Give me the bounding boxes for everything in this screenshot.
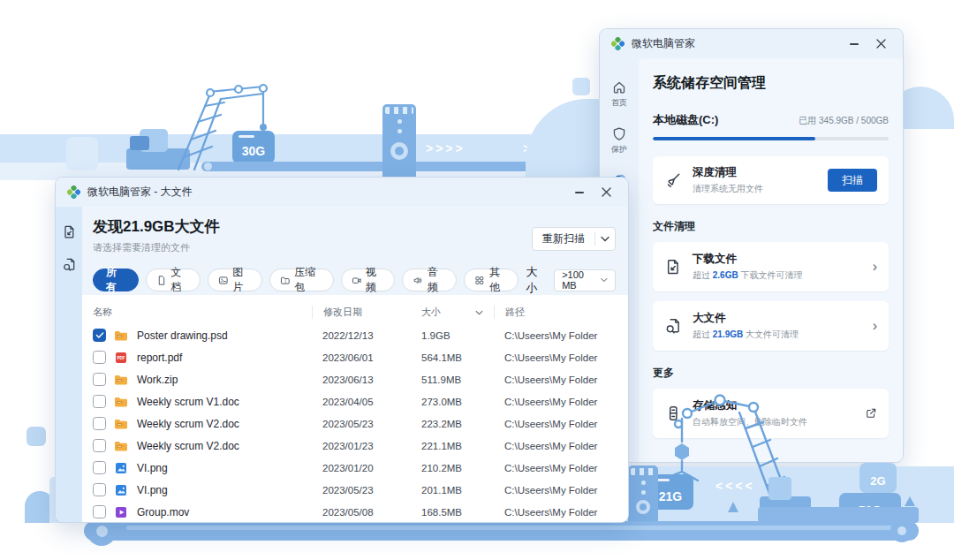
filter-tab-videos[interactable]: 视频 (341, 269, 396, 291)
ground-strip (758, 507, 919, 523)
video-icon (352, 275, 362, 286)
arrows-left: <<<< (716, 479, 755, 493)
storage-window: 微软电脑管家 首页 保护 (599, 28, 904, 463)
weight-2g-label: 2G (870, 474, 885, 488)
download-card-desc: 超过 2.6GB 下载文件可清理 (693, 269, 802, 282)
app-logo-icon (611, 37, 625, 50)
deep-clean-desc: 清理系统无用文件 (693, 183, 763, 195)
minimize-button[interactable] (566, 182, 593, 203)
shield-icon (611, 126, 627, 142)
weight-21g-label: 21G (659, 489, 682, 503)
arrows-right-1: >>>> (426, 141, 466, 155)
size-filter-label: 大小 (526, 264, 546, 296)
weight-50g-label: 50G (859, 503, 882, 518)
svg-text:PDF: PDF (117, 356, 125, 360)
sidebar-item-protect[interactable]: 保护 (600, 121, 639, 160)
small-square-shape (572, 78, 590, 95)
row-checkbox[interactable] (93, 373, 106, 386)
image-icon (218, 275, 229, 286)
archive-file-icon (114, 373, 128, 387)
row-checkbox[interactable] (93, 483, 106, 496)
filter-tab-images[interactable]: 图片 (208, 269, 262, 291)
tower-illustration (382, 104, 416, 180)
weight-30g: 30G (232, 131, 275, 163)
crane-illustration-top (159, 78, 278, 175)
filter-tab-archives[interactable]: 压缩包 (269, 269, 334, 291)
bottom-pipe (84, 521, 919, 541)
truck-box (130, 136, 149, 150)
sidebar-item-downloads[interactable] (62, 224, 77, 243)
column-header-name[interactable]: 名称 (93, 306, 312, 319)
filter-tab-audio[interactable]: 音频 (402, 269, 457, 291)
home-icon (611, 79, 627, 95)
row-checkbox[interactable] (93, 461, 106, 474)
table-row[interactable]: PDF report.pdf 2023/06/01 564.1MB C:\Use… (93, 346, 619, 368)
filter-tab-other[interactable]: 其他 (464, 269, 519, 291)
download-card-title: 下载文件 (693, 252, 802, 267)
filter-bar: 所有 文档 (93, 264, 616, 296)
disk-progress-fill (653, 137, 815, 140)
conveyor-knob (204, 163, 212, 170)
deco-block (66, 137, 98, 170)
file-list-header: 名称 修改日期 大小 路径 (93, 300, 619, 324)
weight-30g-label: 30G (242, 144, 265, 158)
rescan-button[interactable]: 重新扫描 (532, 227, 616, 251)
pyramid-shape (905, 496, 915, 506)
sidebar-item-large-files[interactable] (62, 257, 77, 276)
large-files-card[interactable]: 大文件 超过 21.9GB 大文件可清理 › (653, 301, 889, 351)
row-checkbox[interactable] (93, 417, 106, 430)
files-window-titlebar: 微软电脑管家 - 大文件 (56, 178, 628, 207)
minimize-button[interactable] (841, 34, 867, 55)
table-row[interactable]: Weekly scrum V1.doc 2023/04/05 273.0MB C… (93, 390, 619, 412)
deep-clean-card[interactable]: 深度清理 清理系统无用文件 扫描 (653, 156, 889, 204)
storage-sense-card[interactable]: 存储感知 自动释放空间、删除临时文件 (653, 389, 889, 438)
row-checkbox[interactable] (93, 505, 106, 518)
check-icon (95, 331, 104, 339)
download-files-card[interactable]: 下载文件 超过 2.6GB 下载文件可清理 › (653, 242, 889, 291)
sort-chevron-icon (475, 310, 483, 315)
close-button[interactable] (867, 34, 894, 55)
chevron-down-icon (601, 277, 608, 283)
table-row[interactable]: Weekly scrum V2.doc 2023/05/23 223.2MB C… (93, 412, 619, 435)
download-size-value: 2.6GB (713, 270, 738, 280)
table-row[interactable]: Weekly scrum V2.doc 2023/01/23 221.1MB C… (93, 435, 619, 457)
bottom-left-dome (25, 491, 55, 523)
sense-card-title: 存储感知 (693, 398, 807, 413)
files-header: 发现21.9GB大文件 请选择需要清理的文件 重新扫描 所有 (82, 207, 628, 295)
download-file-icon (62, 224, 77, 239)
table-row[interactable]: VI.png 2023/05/23 201.1MB C:\Useers\My F… (93, 479, 619, 501)
filter-tab-documents[interactable]: 文档 (146, 269, 201, 291)
chevron-right-icon: › (873, 318, 877, 334)
storage-sense-icon (664, 405, 682, 422)
table-row[interactable]: Work.zip 2023/06/13 511.9MB C:\Useers\My… (93, 368, 619, 390)
row-checkbox[interactable] (93, 351, 106, 364)
column-header-date[interactable]: 修改日期 (312, 306, 411, 319)
archive-file-icon (114, 417, 128, 431)
scan-button[interactable]: 扫描 (828, 169, 877, 192)
image-file-icon (114, 483, 128, 497)
sidebar-item-home[interactable]: 首页 (600, 74, 639, 113)
deep-clean-title: 深度清理 (693, 165, 763, 180)
size-filter-dropdown[interactable]: >100 MB (554, 269, 616, 291)
tower-illustration-bottom (628, 465, 658, 523)
page-title: 系统储存空间管理 (653, 74, 889, 93)
column-header-size[interactable]: 大小 (411, 306, 494, 319)
large-card-title: 大文件 (693, 311, 799, 326)
large-files-window: 微软电脑管家 - 大文件 (55, 177, 629, 523)
files-window-title: 微软电脑管家 - 大文件 (87, 185, 193, 200)
download-file-icon (664, 258, 682, 276)
row-checkbox-checked[interactable] (93, 329, 106, 342)
table-row[interactable]: Poster drawing.psd 2022/12/13 1.9GB C:\U… (93, 324, 619, 346)
file-search-icon (62, 257, 77, 272)
close-button[interactable] (593, 182, 619, 203)
file-search-icon (664, 317, 682, 335)
table-row[interactable]: VI.png 2023/01/20 210.2MB C:\Useers\My F… (93, 457, 619, 479)
archive-file-icon (114, 395, 128, 409)
filter-tab-all[interactable]: 所有 (93, 269, 139, 291)
table-row[interactable]: Group.mov 2023/05/08 168.5MB C:\Useers\M… (93, 501, 619, 523)
row-checkbox[interactable] (93, 395, 106, 408)
section-more: 更多 (653, 366, 889, 381)
row-checkbox[interactable] (93, 439, 106, 452)
sense-card-desc: 自动释放空间、删除临时文件 (693, 416, 807, 428)
column-header-path[interactable]: 路径 (494, 306, 619, 319)
